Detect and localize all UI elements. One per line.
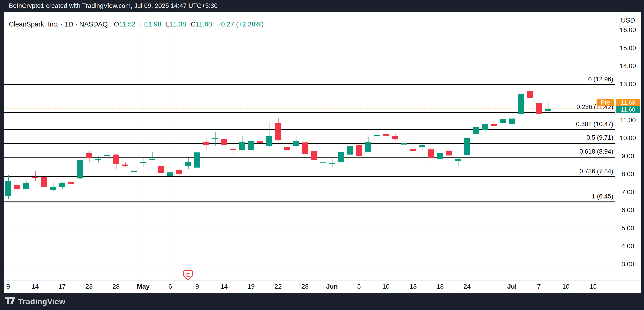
snapshot-frame: BeInCrypto1 created with TradingView.com…: [0, 0, 644, 310]
tradingview-logo-icon[interactable]: [5, 297, 15, 306]
ohlc-values: O11.52H11.98L11.38C11.60: [114, 20, 216, 28]
svg-text:E: E: [186, 272, 190, 278]
ohlc-c: C11.60: [191, 20, 212, 28]
last-price-badge: 11.60: [616, 106, 640, 113]
last-price: 11.60: [620, 106, 635, 113]
symbol-legend: CleanSpark, Inc. · 1D · NASDAQ O11.52H11…: [9, 20, 264, 28]
earnings-marker-icon[interactable]: E: [183, 270, 193, 281]
pre-market-price-badge: 11.63: [616, 99, 640, 106]
pre-market-label: Pre: [601, 99, 610, 106]
footer-bar: TradingView: [0, 293, 644, 310]
ohlc-l: L11.38: [166, 20, 186, 28]
attribution-bar: BeInCrypto1 created with TradingView.com…: [0, 0, 644, 12]
chart-surface[interactable]: [4, 12, 641, 293]
change-value: +0.27 (+2.38%): [217, 20, 264, 28]
currency-label: USD: [621, 16, 635, 24]
ohlc-o: O11.52: [114, 20, 135, 28]
tradingview-wordmark[interactable]: TradingView: [18, 297, 65, 306]
symbol-title: CleanSpark, Inc. · 1D · NASDAQ: [9, 20, 108, 28]
ohlc-h: H11.98: [140, 20, 161, 28]
time-axis-separator: [4, 281, 641, 281]
price-axis-separator: [615, 12, 615, 281]
attribution-text: BeInCrypto1 created with TradingView.com…: [9, 2, 218, 9]
pre-market-price: 11.63: [620, 99, 635, 106]
currency-badge[interactable]: USD: [616, 14, 639, 26]
pre-market-badge: Pre: [596, 99, 614, 106]
